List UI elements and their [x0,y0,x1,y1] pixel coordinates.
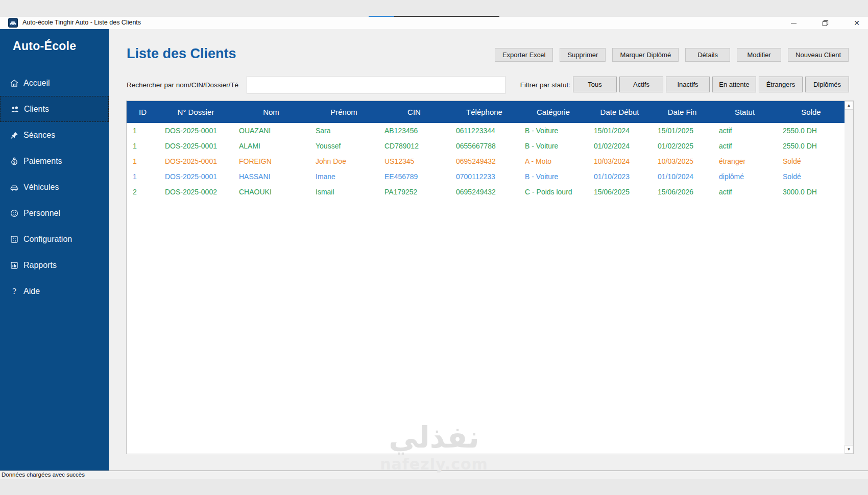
cell-dossier: DOS-2025-0001 [159,123,233,138]
table-row[interactable]: 1 DOS-2025-0001 HASSANI Imane EE456789 0… [127,169,846,184]
sidebar-nav: Accueil Clients Séance [0,70,109,304]
search-label: Rechercher par nom/CIN/Dossier/Té [127,81,248,89]
app-window: Auto-école Tinghir Auto - Liste des Clie… [0,0,868,495]
cell-id: 2 [127,184,159,200]
minimize-button[interactable] [786,17,801,29]
sidebar-item-label: Rapports [23,261,57,270]
details-button[interactable]: Détails [685,48,730,62]
sidebar-item-label: Aide [23,287,40,296]
scroll-up-icon[interactable]: ▲ [845,101,853,110]
vertical-scrollbar[interactable]: ▲ ▼ [845,101,853,454]
table-row[interactable]: 1 DOS-2025-0001 OUAZANI Sara AB123456 06… [127,123,846,138]
main-content: Liste des Clients Exporter Excel Supprim… [109,29,868,471]
person-icon [10,209,19,218]
cell-dossier: DOS-2025-0001 [159,169,233,184]
cell-solde: 2550.0 DH [777,138,846,154]
column-header-dossier[interactable]: N° Dossier [159,101,233,123]
sidebar-item-label: Personnel [23,209,60,218]
cell-id: 1 [127,154,159,169]
cell-statut: actif [713,184,777,200]
cell-date-debut: 15/06/2025 [588,184,652,200]
cell-dossier: DOS-2025-0001 [159,154,233,169]
column-header-nom[interactable]: Nom [233,101,309,123]
export-excel-button[interactable]: Exporter Excel [495,48,553,62]
cell-id: 1 [127,138,159,154]
sidebar-item-personnel[interactable]: Personnel [0,200,109,226]
sidebar-item-aide[interactable]: ? Aide [0,278,109,304]
sidebar-item-clients[interactable]: Clients [0,96,109,122]
cell-cin: US12345 [378,154,450,169]
cell-cin: PA179252 [378,184,450,200]
column-header-prenom[interactable]: Prénom [309,101,378,123]
filter-etrangers-button[interactable]: Étrangers [759,77,803,92]
cell-solde: 2550.0 DH [777,123,846,138]
scroll-down-icon[interactable]: ▼ [845,445,853,454]
cell-telephone: 0695249432 [450,184,519,200]
cell-dossier: DOS-2025-0002 [159,184,233,200]
column-header-cin[interactable]: CIN [378,101,450,123]
delete-button[interactable]: Supprimer [560,48,606,62]
column-header-id[interactable]: ID [127,101,159,123]
sidebar-item-label: Clients [24,105,49,114]
sidebar-item-accueil[interactable]: Accueil [0,70,109,96]
window-title: Auto-école Tinghir Auto - Liste des Clie… [22,19,141,26]
cell-date-fin: 15/01/2025 [652,123,713,138]
table-row[interactable]: 1 DOS-2025-0001 FOREIGN John Doe US12345… [127,154,846,169]
new-client-button[interactable]: Nouveau Client [788,48,849,62]
filter-inactifs-button[interactable]: Inactifs [666,77,710,92]
help-icon: ? [10,287,19,296]
edit-button[interactable]: Modifier [737,48,781,62]
page-title: Liste des Clients [127,46,236,62]
filter-actifs-button[interactable]: Actifs [619,77,663,92]
sidebar-item-paiements[interactable]: $ Paiements [0,148,109,174]
sidebar-item-label: Accueil [23,79,50,88]
settings-icon [10,235,19,244]
cell-categorie: B - Voiture [519,138,588,154]
cell-categorie: B - Voiture [519,123,588,138]
column-header-categorie[interactable]: Catégorie [519,101,588,123]
cell-categorie: C - Poids lourd [519,184,588,200]
column-header-date-fin[interactable]: Date Fin [652,101,713,123]
sidebar-item-seances[interactable]: Séances [0,122,109,148]
cell-prenom: Ismail [309,184,378,200]
cell-statut: diplômé [713,169,777,184]
sidebar-item-vehicules[interactable]: Véhicules [0,174,109,200]
table-row[interactable]: 1 DOS-2025-0001 ALAMI Youssef CD789012 0… [127,138,846,154]
search-input[interactable] [247,76,505,94]
cell-cin: AB123456 [378,123,450,138]
cell-date-fin: 01/10/2024 [652,169,713,184]
column-header-solde[interactable]: Solde [777,101,846,123]
cell-cin: CD789012 [378,138,450,154]
mark-graduated-button[interactable]: Marquer Diplômé [612,48,679,62]
cell-date-debut: 15/01/2024 [588,123,652,138]
status-bar: Données chargées avec succès [0,471,868,479]
filter-diplomes-button[interactable]: Diplômés [805,77,849,92]
column-header-telephone[interactable]: Téléphone [450,101,519,123]
cell-nom: HASSANI [233,169,309,184]
column-header-date-debut[interactable]: Date Début [588,101,652,123]
cell-dossier: DOS-2025-0001 [159,138,233,154]
clients-icon [10,105,19,114]
cell-solde: Soldé [777,154,846,169]
restore-button[interactable] [818,17,832,29]
car-icon [10,183,19,192]
column-header-statut[interactable]: Statut [713,101,777,123]
cell-telephone: 0700112233 [450,169,519,184]
filter-tous-button[interactable]: Tous [573,77,617,92]
svg-text:$: $ [13,159,15,164]
cell-date-debut: 10/03/2024 [588,154,652,169]
cell-telephone: 0611223344 [450,123,519,138]
cell-prenom: Imane [309,169,378,184]
cell-date-fin: 01/02/2025 [652,138,713,154]
cell-id: 1 [127,123,159,138]
table-row[interactable]: 2 DOS-2025-0002 CHAOUKI Ismail PA179252 … [127,184,846,200]
brand-title: Auto-École [13,39,76,53]
sidebar-item-configuration[interactable]: Configuration [0,226,109,252]
home-icon [10,79,19,88]
close-button[interactable]: ✕ [850,17,864,29]
filter-en-attente-button[interactable]: En attente [712,77,756,92]
cell-statut: actif [713,123,777,138]
window-titlebar[interactable]: Auto-école Tinghir Auto - Liste des Clie… [0,17,868,29]
filter-label: Filtrer par statut: [508,81,570,89]
sidebar-item-rapports[interactable]: Rapports [0,252,109,278]
